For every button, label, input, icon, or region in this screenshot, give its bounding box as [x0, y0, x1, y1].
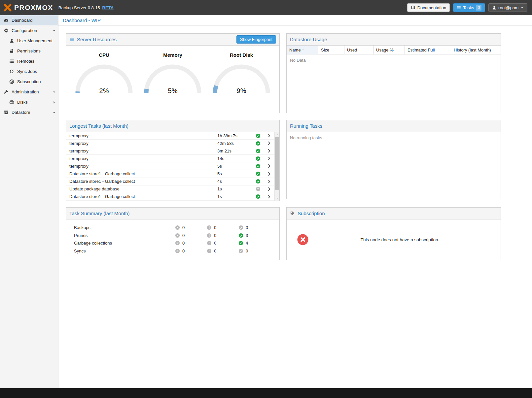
- chevron-right-icon[interactable]: [264, 133, 274, 138]
- task-name: Datastore store1 - Garbage collect: [66, 171, 217, 176]
- chevron-right-icon[interactable]: [264, 141, 274, 146]
- task-row[interactable]: Datastore store1 - Garbage collect4s: [66, 178, 274, 185]
- longest-tasks-panel: Longest Tasks (last Month) termproxy1h 3…: [66, 120, 280, 201]
- scroll-down-icon[interactable]: ▼: [275, 196, 279, 201]
- gauge-cpu: CPU2%: [70, 51, 138, 95]
- chevron-right-icon[interactable]: [264, 164, 274, 168]
- error-count-icon: [175, 233, 180, 238]
- chevron-right-icon[interactable]: [264, 149, 274, 153]
- sidebar-item-label: User Management: [17, 38, 56, 43]
- server-resources-title: Server Resources: [77, 37, 117, 42]
- column-header-used[interactable]: Used: [344, 46, 373, 54]
- task-row[interactable]: termproxy3m 21s: [66, 147, 274, 155]
- sidebar-item-datastore[interactable]: Datastore: [0, 107, 58, 117]
- task-duration: 1h 38m 7s: [217, 133, 252, 138]
- support-icon: [9, 79, 14, 84]
- running-tasks-title: Running Tasks: [290, 123, 322, 129]
- task-name: Datastore store1 - Garbage collect: [66, 194, 217, 199]
- status-ok-icon: [256, 179, 261, 184]
- scroll-up-icon[interactable]: ▲: [275, 132, 279, 137]
- chevron-right-icon[interactable]: [264, 179, 274, 184]
- sidebar-item-disks[interactable]: Disks: [0, 97, 58, 107]
- list-icon: [9, 59, 14, 64]
- refresh-icon: [9, 69, 14, 74]
- task-summary-rows: Backups000Prunes003Garbage collections00…: [66, 219, 279, 255]
- chevron-right-icon[interactable]: [264, 156, 274, 161]
- task-name: termproxy: [66, 141, 217, 146]
- server-resources-panel: Server Resources Show Fingerprint CPU2%M…: [66, 33, 280, 113]
- topbar: PROXMOX Backup Server 0.8-15 BETA Docume…: [0, 0, 532, 15]
- task-row[interactable]: termproxy1h 38m 7s: [66, 132, 274, 140]
- wrench-icon: [4, 89, 9, 94]
- task-row[interactable]: termproxy5s: [66, 162, 274, 170]
- summary-row-garbage-collections: Garbage collections004: [66, 239, 279, 247]
- subscription-header: Subscription: [287, 208, 501, 219]
- summary-label: Garbage collections: [66, 241, 175, 246]
- gauge-root-disk: Root Disk9%: [208, 51, 275, 95]
- show-fingerprint-button[interactable]: Show Fingerprint: [236, 35, 276, 44]
- hdd-icon: [9, 100, 14, 105]
- main-content: Dashboard - WIP Server Resources Show Fi…: [58, 15, 532, 388]
- sidebar-item-remotes[interactable]: Remotes: [0, 56, 58, 66]
- database-icon: [4, 110, 9, 115]
- column-header-history-last-month[interactable]: History (last Month): [451, 46, 501, 54]
- sidebar-item-label: Datastore: [12, 110, 49, 115]
- status-ok-icon: [256, 133, 261, 138]
- task-row[interactable]: termproxy14s: [66, 155, 274, 162]
- running-tasks-empty-text: No running tasks: [287, 132, 501, 144]
- chevron-down-icon[interactable]: [52, 111, 56, 115]
- longest-tasks-rows: termproxy1h 38m 7stermproxy42m 58stermpr…: [66, 132, 274, 201]
- sidebar-item-configuration[interactable]: Configuration: [0, 25, 58, 36]
- column-header-name[interactable]: Name↑: [287, 46, 318, 54]
- task-summary-panel: Task Summary (last Month) Backups000Prun…: [66, 207, 280, 260]
- longest-tasks-body: termproxy1h 38m 7stermproxy42m 58stermpr…: [66, 132, 279, 201]
- chevron-down-icon[interactable]: [52, 29, 56, 33]
- task-duration: 5s: [217, 171, 252, 176]
- sidebar-item-user-management[interactable]: User Management: [0, 36, 58, 46]
- status-ok-icon: [256, 156, 261, 161]
- ok-count-icon: [238, 249, 243, 253]
- task-row[interactable]: Update package database1s?: [66, 185, 274, 193]
- ok-count-icon: [238, 233, 243, 238]
- tasks-count-badge: 0: [476, 5, 481, 11]
- column-header-estimated-full[interactable]: Estimated Full: [405, 46, 451, 54]
- task-row[interactable]: termproxy42m 58s: [66, 140, 274, 147]
- ok-count: 4: [246, 241, 248, 246]
- beta-link[interactable]: BETA: [102, 5, 114, 10]
- task-row[interactable]: Datastore store1 - Garbage collect5s: [66, 170, 274, 178]
- status-unknown-icon: ?: [256, 186, 261, 191]
- sidebar-item-label: Dashboard: [12, 18, 56, 23]
- summary-row-prunes: Prunes003: [66, 232, 279, 240]
- user-menu-button[interactable]: root@pam: [488, 3, 527, 12]
- sidebar-item-label: Permissions: [17, 49, 56, 53]
- column-header-size[interactable]: Size: [318, 46, 344, 54]
- gauge-label: Root Disk: [208, 52, 275, 58]
- subscription-title: Subscription: [298, 211, 325, 216]
- error-count: 0: [182, 249, 185, 253]
- task-row[interactable]: Datastore store1 - Garbage collect1s: [66, 193, 274, 201]
- datastore-empty-text: No Data: [287, 54, 501, 66]
- chevron-right-icon[interactable]: [264, 187, 274, 191]
- sidebar-item-sync-jobs[interactable]: Sync Jobs: [0, 66, 58, 77]
- documentation-button[interactable]: Documentation: [407, 3, 450, 12]
- no-subscription-icon: [297, 233, 309, 246]
- sidebar-item-permissions[interactable]: Permissions: [0, 46, 58, 56]
- scrollbar[interactable]: ▲ ▼: [274, 132, 279, 201]
- sidebar-item-dashboard[interactable]: Dashboard: [0, 15, 58, 25]
- tasks-button[interactable]: Tasks 0: [453, 3, 485, 12]
- sidebar-item-subscription[interactable]: Subscription: [0, 77, 58, 87]
- column-header-usage[interactable]: Usage %: [373, 46, 405, 54]
- chevron-right-icon[interactable]: [264, 194, 274, 199]
- sidebar-item-label: Disks: [17, 100, 49, 105]
- error-count: 0: [182, 225, 185, 230]
- error-count-icon: [175, 241, 180, 246]
- gauge-value: 9%: [210, 87, 273, 95]
- proxmox-x-icon: [3, 3, 12, 12]
- chevron-right-icon[interactable]: [52, 100, 56, 104]
- task-name: termproxy: [66, 156, 217, 161]
- sidebar-item-administration[interactable]: Administration: [0, 87, 58, 97]
- scrollbar-thumb[interactable]: [275, 137, 279, 190]
- chevron-down-icon[interactable]: [52, 90, 56, 94]
- chevron-right-icon[interactable]: [264, 172, 274, 176]
- error-count: 0: [182, 233, 185, 238]
